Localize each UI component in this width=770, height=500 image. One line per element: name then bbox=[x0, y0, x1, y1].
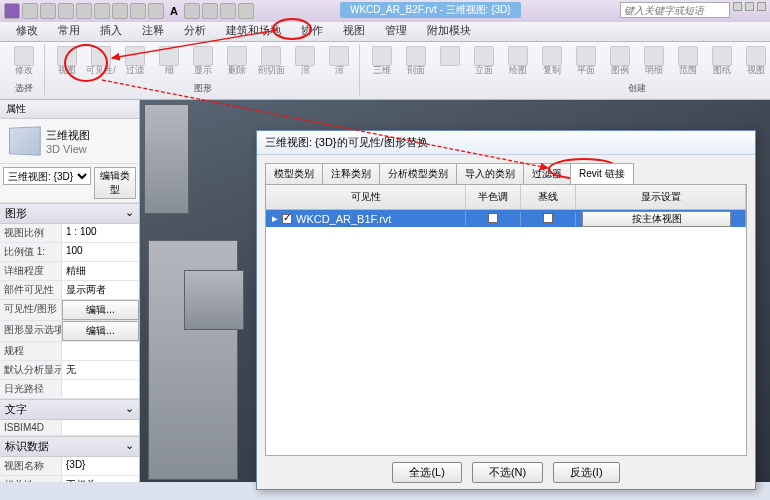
type-selector[interactable]: 三维视图: {3D} bbox=[3, 167, 91, 185]
tab-insert[interactable]: 插入 bbox=[90, 20, 132, 41]
ribbon-button[interactable]: 平面 bbox=[572, 46, 600, 76]
qat-icon[interactable] bbox=[130, 3, 146, 19]
select-all-button[interactable]: 全选(L) bbox=[392, 462, 461, 483]
ribbon-group-create: 三维剖面立面绘图复制平面图例明细范围图纸视图标题修订拼接视图 创建 bbox=[362, 44, 770, 97]
prop-row[interactable]: 图形显示选项编辑... bbox=[0, 321, 139, 342]
ribbon-button[interactable]: 图例 bbox=[606, 46, 634, 76]
ribbon-group-select: 修改 选择 bbox=[4, 44, 45, 97]
prop-row[interactable]: 详细程度精细 bbox=[0, 262, 139, 281]
ribbon-button[interactable]: 三维 bbox=[368, 46, 396, 76]
prop-row[interactable]: 相关性不相关 bbox=[0, 476, 139, 482]
qat-icon[interactable] bbox=[202, 3, 218, 19]
ribbon-button[interactable]: 细 bbox=[155, 46, 183, 76]
halftone-checkbox[interactable] bbox=[488, 213, 498, 223]
ribbon-button[interactable]: 渲 bbox=[291, 46, 319, 76]
ribbon-button[interactable]: 视图 bbox=[742, 46, 770, 76]
tab-annotate[interactable]: 注释 bbox=[132, 20, 174, 41]
qat-icon[interactable] bbox=[220, 3, 236, 19]
view-3d-icon bbox=[9, 126, 41, 156]
modify-button[interactable]: 修改 bbox=[10, 46, 38, 76]
link-name: WKCD_AR_B1F.rvt bbox=[296, 213, 391, 225]
window-controls bbox=[733, 2, 766, 11]
prop-row[interactable]: ISBIM4D bbox=[0, 420, 139, 436]
maximize-icon[interactable] bbox=[745, 2, 754, 11]
tab-analyze[interactable]: 分析 bbox=[174, 20, 216, 41]
col-visibility: 可见性 bbox=[266, 185, 466, 209]
dtab-model[interactable]: 模型类别 bbox=[265, 163, 323, 184]
ribbon-button[interactable]: 图纸 bbox=[708, 46, 736, 76]
prop-section[interactable]: 标识数据⌄ bbox=[0, 436, 139, 457]
qat-icon[interactable] bbox=[112, 3, 128, 19]
ribbon-button[interactable]: 立面 bbox=[470, 46, 498, 76]
prop-row[interactable]: 可见性/图形编辑... bbox=[0, 300, 139, 321]
ribbon-button[interactable]: 绘图 bbox=[504, 46, 532, 76]
prop-row[interactable]: 规程 bbox=[0, 342, 139, 361]
ribbon-button[interactable]: 过滤 bbox=[121, 46, 149, 76]
ribbon-button[interactable]: 显示 bbox=[189, 46, 217, 76]
prop-row[interactable]: 部件可见性显示两者 bbox=[0, 281, 139, 300]
ribbon-button[interactable]: 剖切面 bbox=[257, 46, 285, 76]
tab-manage[interactable]: 管理 bbox=[375, 20, 417, 41]
save-icon[interactable] bbox=[40, 3, 56, 19]
prop-section[interactable]: 文字⌄ bbox=[0, 399, 139, 420]
visibility-dialog: 三维视图: {3D}的可见性/图形替换 模型类别 注释类别 分析模型类别 导入的… bbox=[256, 130, 756, 490]
prop-row[interactable]: 比例值 1:100 bbox=[0, 243, 139, 262]
edit-type-button[interactable]: 编辑类型 bbox=[94, 167, 136, 199]
prop-row[interactable]: 日光路径 bbox=[0, 380, 139, 399]
tab-view[interactable]: 视图 bbox=[333, 20, 375, 41]
qat-icon[interactable] bbox=[148, 3, 164, 19]
tab-modify[interactable]: 修改 bbox=[6, 20, 48, 41]
property-grid: 图形⌄视图比例1 : 100比例值 1:100详细程度精细部件可见性显示两者可见… bbox=[0, 203, 139, 482]
tab-addins[interactable]: 附加模块 bbox=[417, 20, 481, 41]
col-display: 显示设置 bbox=[576, 185, 746, 209]
document-title: WKCD_AR_B2F.rvt - 三维视图: {3D} bbox=[340, 2, 521, 18]
dialog-footer: 全选(L) 不选(N) 反选(I) bbox=[257, 462, 755, 483]
dtab-analysis[interactable]: 分析模型类别 bbox=[379, 163, 457, 184]
annotation-circle bbox=[272, 18, 312, 40]
col-underlay: 基线 bbox=[521, 185, 576, 209]
type-sub: 3D View bbox=[46, 143, 90, 155]
expand-icon[interactable]: ▸ bbox=[272, 212, 278, 225]
underlay-checkbox[interactable] bbox=[543, 213, 553, 223]
dialog-body: 可见性 半色调 基线 显示设置 ▸ ✓ WKCD_AR_B1F.rvt 按主体视… bbox=[265, 184, 747, 456]
ribbon-button[interactable]: 明细 bbox=[640, 46, 668, 76]
search-input[interactable] bbox=[620, 2, 730, 18]
type-name: 三维视图 bbox=[46, 128, 90, 143]
display-settings-button[interactable]: 按主体视图 bbox=[582, 211, 731, 227]
invert-button[interactable]: 反选(I) bbox=[553, 462, 619, 483]
dialog-title: 三维视图: {3D}的可见性/图形替换 bbox=[257, 131, 755, 155]
ribbon-button[interactable]: 剖面 bbox=[402, 46, 430, 76]
print-icon[interactable] bbox=[94, 3, 110, 19]
annotation-circle bbox=[64, 44, 108, 82]
table-row[interactable]: ▸ ✓ WKCD_AR_B1F.rvt 按主体视图 bbox=[266, 210, 746, 227]
dtab-links[interactable]: Revit 链接 bbox=[570, 163, 634, 184]
dialog-tabs: 模型类别 注释类别 分析模型类别 导入的类别 过滤器 Revit 链接 bbox=[257, 155, 755, 184]
ribbon-button[interactable]: 删除 bbox=[223, 46, 251, 76]
table-header: 可见性 半色调 基线 显示设置 bbox=[266, 185, 746, 210]
tab-home[interactable]: 常用 bbox=[48, 20, 90, 41]
select-none-button[interactable]: 不选(N) bbox=[472, 462, 543, 483]
dtab-annot[interactable]: 注释类别 bbox=[322, 163, 380, 184]
visibility-checkbox[interactable]: ✓ bbox=[282, 214, 292, 224]
ribbon-button[interactable]: 渲 bbox=[325, 46, 353, 76]
text-icon[interactable]: A bbox=[166, 5, 182, 17]
qat-icon[interactable] bbox=[184, 3, 200, 19]
prop-row[interactable]: 视图比例1 : 100 bbox=[0, 224, 139, 243]
redo-icon[interactable] bbox=[76, 3, 92, 19]
ribbon-tabs: 修改 常用 插入 注释 分析 建筑和场地 协作 视图 管理 附加模块 bbox=[0, 22, 770, 42]
prop-row[interactable]: 视图名称{3D} bbox=[0, 457, 139, 476]
minimize-icon[interactable] bbox=[733, 2, 742, 11]
app-menu-icon[interactable] bbox=[4, 3, 20, 19]
prop-section[interactable]: 图形⌄ bbox=[0, 203, 139, 224]
dtab-import[interactable]: 导入的类别 bbox=[456, 163, 524, 184]
qat-icon[interactable] bbox=[238, 3, 254, 19]
ribbon-button[interactable] bbox=[436, 46, 464, 76]
prop-row[interactable]: 默认分析显示无 bbox=[0, 361, 139, 380]
close-icon[interactable] bbox=[757, 2, 766, 11]
ribbon-button[interactable]: 复制 bbox=[538, 46, 566, 76]
ribbon-button[interactable]: 范围 bbox=[674, 46, 702, 76]
undo-icon[interactable] bbox=[58, 3, 74, 19]
properties-tab[interactable]: 属性 bbox=[0, 100, 139, 119]
properties-header: 三维视图 3D View bbox=[0, 119, 139, 164]
open-icon[interactable] bbox=[22, 3, 38, 19]
